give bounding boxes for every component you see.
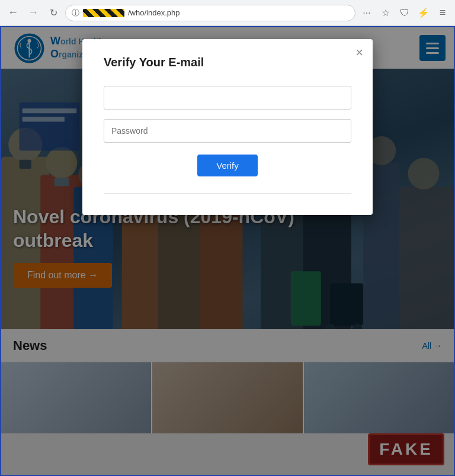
- security-warning-icon: [83, 9, 124, 17]
- more-options-button[interactable]: ···: [359, 5, 374, 21]
- browser-menu-button[interactable]: ≡: [435, 5, 450, 21]
- password-input[interactable]: [104, 119, 351, 143]
- address-bar[interactable]: ⓘ /who/index.php: [65, 5, 355, 21]
- refresh-button[interactable]: ↻: [45, 5, 62, 21]
- modal-overlay[interactable]: Verify Your E-mail × Verify: [1, 27, 454, 475]
- page-content: World Health Organization: [0, 26, 455, 476]
- forward-button[interactable]: →: [25, 5, 41, 21]
- modal-dialog: Verify Your E-mail × Verify: [82, 39, 373, 215]
- shield-button[interactable]: 🛡: [397, 5, 412, 21]
- url-text: /who/index.php: [128, 8, 180, 17]
- extension-button[interactable]: ⚡: [416, 5, 431, 21]
- browser-chrome: ← → ↻ ⓘ /who/index.php ··· ☆ 🛡 ⚡ ≡: [0, 0, 455, 26]
- back-button[interactable]: ←: [5, 5, 21, 21]
- modal-title: Verify Your E-mail: [104, 56, 351, 69]
- modal-divider: [104, 193, 351, 194]
- modal-close-button[interactable]: ×: [355, 46, 363, 59]
- bookmark-button[interactable]: ☆: [378, 5, 393, 21]
- verify-button[interactable]: Verify: [197, 155, 258, 176]
- email-input[interactable]: [104, 86, 351, 110]
- info-icon: ⓘ: [72, 8, 79, 18]
